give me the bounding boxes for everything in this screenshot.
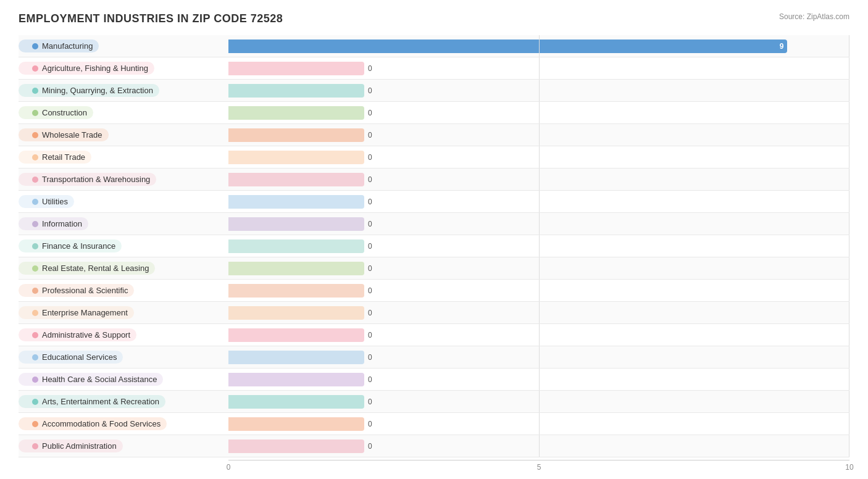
industry-label: Arts, Entertainment & Recreation [19, 395, 165, 408]
bar-container: 0 [228, 435, 849, 457]
bar-fill [228, 262, 364, 275]
label-area: Mining, Quarrying, & Extraction [19, 84, 228, 97]
industry-label: Transportation & Warehousing [19, 173, 156, 186]
industry-dot [32, 310, 38, 316]
bar-container: 0 [228, 169, 849, 190]
bar-fill [228, 439, 364, 453]
bar-value: 0 [368, 375, 372, 384]
industry-dot [32, 243, 38, 249]
table-row: Accommodation & Food Services0 [19, 413, 849, 435]
bar-value: 0 [368, 420, 372, 428]
industry-label: Utilities [19, 195, 74, 208]
industry-label: Professional & Scientific [19, 284, 134, 297]
label-area: Professional & Scientific [19, 284, 228, 297]
industry-dot [32, 399, 38, 405]
table-row: Utilities0 [19, 191, 849, 213]
industry-dot [32, 65, 38, 72]
bar-value: 0 [368, 331, 372, 339]
industry-label: Administrative & Support [19, 328, 136, 341]
label-area: Enterprise Management [19, 306, 228, 319]
industry-label: Agriculture, Fishing & Hunting [19, 62, 154, 75]
bar-fill [228, 151, 364, 164]
chart-header: EMPLOYMENT INDUSTRIES IN ZIP CODE 72528 … [19, 12, 849, 25]
industry-label-text: Transportation & Warehousing [42, 175, 150, 184]
industry-label-text: Agriculture, Fishing & Hunting [42, 64, 148, 73]
industry-label-text: Accommodation & Food Services [42, 419, 161, 428]
bar-fill [228, 284, 364, 298]
bar-value: 0 [368, 175, 372, 184]
table-row: Real Estate, Rental & Leasing0 [19, 257, 849, 280]
label-area: Manufacturing [19, 40, 228, 52]
bar-value: 0 [368, 64, 372, 73]
industry-dot [32, 288, 38, 294]
industry-dot [32, 443, 38, 449]
industry-dot [32, 221, 38, 227]
industry-dot [32, 43, 38, 49]
industry-label: Educational Services [19, 351, 123, 364]
industry-label-text: Real Estate, Rental & Leasing [42, 264, 149, 273]
bar-fill [228, 351, 364, 364]
bar-container: 0 [228, 302, 849, 323]
bar-container: 0 [228, 324, 849, 346]
industry-label: Enterprise Management [19, 306, 134, 319]
label-area: Retail Trade [19, 151, 228, 164]
label-area: Accommodation & Food Services [19, 417, 228, 430]
label-area: Public Administration [19, 439, 228, 452]
industry-label-text: Finance & Insurance [42, 241, 115, 251]
bar-fill [228, 240, 364, 253]
industry-label: Wholesale Trade [19, 128, 109, 141]
bar-container: 0 [228, 369, 849, 390]
industry-dot [32, 377, 38, 383]
label-area: Utilities [19, 195, 228, 208]
bar-container: 0 [228, 124, 849, 146]
bar-fill [228, 62, 364, 75]
bar-container: 0 [228, 257, 849, 279]
industry-label-text: Administrative & Support [42, 330, 130, 339]
bar-container: 0 [228, 346, 849, 368]
industry-label: Real Estate, Rental & Leasing [19, 262, 155, 275]
bar-fill: 9 [228, 40, 787, 53]
label-area: Administrative & Support [19, 328, 228, 341]
industry-dot [32, 88, 38, 94]
bar-value: 0 [368, 353, 372, 362]
label-area: Construction [19, 106, 228, 119]
table-row: Mining, Quarrying, & Extraction0 [19, 80, 849, 102]
industry-label-text: Enterprise Management [42, 308, 128, 317]
table-row: Health Care & Social Assistance0 [19, 369, 849, 391]
bar-value: 0 [368, 286, 372, 295]
bar-container: 0 [228, 413, 849, 435]
label-area: Educational Services [19, 351, 228, 364]
table-row: Construction0 [19, 102, 849, 124]
industry-label: Mining, Quarrying, & Extraction [19, 84, 159, 97]
bar-container: 0 [228, 146, 849, 168]
table-row: Agriculture, Fishing & Hunting0 [19, 57, 849, 80]
industry-dot [32, 154, 38, 160]
bar-container: 0 [228, 102, 849, 123]
table-row: Public Administration0 [19, 435, 849, 457]
bar-value: 0 [368, 442, 372, 451]
industry-dot [32, 354, 38, 360]
bar-fill [228, 328, 364, 342]
industry-label-text: Mining, Quarrying, & Extraction [42, 86, 153, 95]
table-row: Enterprise Management0 [19, 302, 849, 324]
table-row: Finance & Insurance0 [19, 235, 849, 257]
chart-area: Manufacturing9Agriculture, Fishing & Hun… [19, 35, 849, 457]
industry-label-text: Information [42, 219, 82, 228]
industry-label-text: Arts, Entertainment & Recreation [42, 397, 159, 406]
bar-fill [228, 128, 364, 142]
bar-container: 0 [228, 191, 849, 212]
table-row: Retail Trade0 [19, 146, 849, 169]
bar-value: 0 [368, 309, 372, 317]
bar-value: 0 [368, 131, 372, 140]
bar-value: 0 [368, 109, 372, 117]
table-row: Arts, Entertainment & Recreation0 [19, 391, 849, 413]
label-area: Transportation & Warehousing [19, 173, 228, 186]
bar-value: 0 [368, 86, 372, 95]
x-tick-10: 10 [845, 463, 853, 472]
industry-label: Health Care & Social Assistance [19, 373, 163, 386]
table-row: Educational Services0 [19, 346, 849, 369]
table-row: Transportation & Warehousing0 [19, 169, 849, 191]
industry-label-text: Health Care & Social Assistance [42, 375, 157, 384]
industry-dot [32, 265, 38, 272]
bar-value: 0 [368, 198, 372, 206]
